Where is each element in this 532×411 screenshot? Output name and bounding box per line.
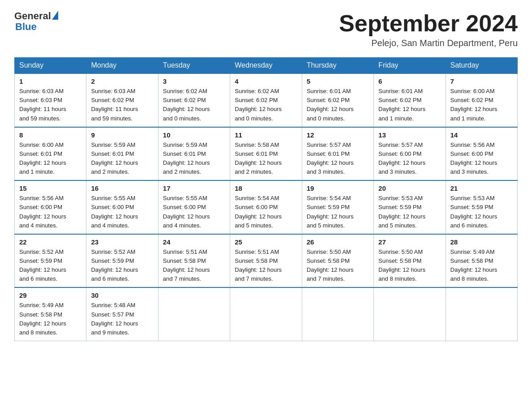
day-number: 8: [19, 131, 82, 139]
day-info: Sunrise: 5:51 AMSunset: 5:58 PMDaylight:…: [235, 248, 282, 282]
day-number: 16: [91, 184, 153, 192]
day-info: Sunrise: 5:53 AMSunset: 5:59 PMDaylight:…: [450, 195, 498, 228]
day-info: Sunrise: 6:00 AMSunset: 6:01 PMDaylight:…: [19, 141, 66, 175]
calendar-cell: 6Sunrise: 6:01 AMSunset: 6:02 PMDaylight…: [374, 73, 446, 127]
logo-general-text: General: [14, 11, 51, 21]
calendar-cell: 27Sunrise: 5:50 AMSunset: 5:58 PMDayligh…: [374, 234, 446, 288]
calendar-cell: 8Sunrise: 6:00 AMSunset: 6:01 PMDaylight…: [15, 127, 86, 181]
day-number: 26: [307, 238, 369, 246]
day-info: Sunrise: 5:55 AMSunset: 6:00 PMDaylight:…: [163, 195, 210, 228]
week-row-2: 8Sunrise: 6:00 AMSunset: 6:01 PMDaylight…: [15, 127, 518, 181]
calendar-header-thursday: Thursday: [302, 58, 373, 74]
day-info: Sunrise: 5:56 AMSunset: 6:00 PMDaylight:…: [19, 195, 66, 228]
title-block: September 2024 Pelejo, San Martin Depart…: [339, 11, 518, 48]
calendar-cell: [230, 287, 302, 341]
day-number: 18: [235, 184, 297, 192]
calendar-cell: [446, 287, 517, 341]
day-info: Sunrise: 6:02 AMSunset: 6:02 PMDaylight:…: [235, 88, 282, 121]
day-number: 4: [235, 77, 297, 85]
calendar-cell: 30Sunrise: 5:48 AMSunset: 5:57 PMDayligh…: [86, 287, 158, 341]
calendar-cell: 5Sunrise: 6:01 AMSunset: 6:02 PMDaylight…: [302, 73, 373, 127]
calendar-cell: 19Sunrise: 5:54 AMSunset: 5:59 PMDayligh…: [302, 180, 373, 234]
calendar-cell: 22Sunrise: 5:52 AMSunset: 5:59 PMDayligh…: [15, 234, 86, 288]
day-info: Sunrise: 5:58 AMSunset: 6:01 PMDaylight:…: [235, 141, 282, 175]
logo: General Blue: [14, 11, 58, 32]
calendar-cell: 10Sunrise: 5:59 AMSunset: 6:01 PMDayligh…: [158, 127, 230, 181]
calendar-cell: 1Sunrise: 6:03 AMSunset: 6:03 PMDaylight…: [15, 73, 86, 127]
day-number: 19: [307, 184, 369, 192]
day-number: 17: [163, 184, 225, 192]
day-number: 24: [163, 238, 225, 246]
calendar-cell: 16Sunrise: 5:55 AMSunset: 6:00 PMDayligh…: [86, 180, 158, 234]
day-info: Sunrise: 5:59 AMSunset: 6:01 PMDaylight:…: [91, 141, 138, 175]
calendar-cell: [302, 287, 373, 341]
calendar-cell: [374, 287, 446, 341]
day-info: Sunrise: 6:00 AMSunset: 6:02 PMDaylight:…: [450, 88, 498, 121]
calendar-header-row: SundayMondayTuesdayWednesdayThursdayFrid…: [15, 58, 518, 74]
day-number: 2: [91, 77, 153, 85]
day-number: 10: [163, 131, 225, 139]
day-info: Sunrise: 5:52 AMSunset: 5:59 PMDaylight:…: [91, 248, 138, 282]
day-number: 3: [163, 77, 225, 85]
day-number: 30: [91, 291, 153, 299]
day-info: Sunrise: 5:50 AMSunset: 5:58 PMDaylight:…: [307, 248, 354, 282]
calendar-cell: 23Sunrise: 5:52 AMSunset: 5:59 PMDayligh…: [86, 234, 158, 288]
calendar-cell: 21Sunrise: 5:53 AMSunset: 5:59 PMDayligh…: [446, 180, 517, 234]
day-info: Sunrise: 6:03 AMSunset: 6:03 PMDaylight:…: [19, 88, 66, 121]
day-number: 15: [19, 184, 82, 192]
week-row-4: 22Sunrise: 5:52 AMSunset: 5:59 PMDayligh…: [15, 234, 518, 288]
calendar-cell: 14Sunrise: 5:56 AMSunset: 6:00 PMDayligh…: [446, 127, 517, 181]
day-number: 12: [307, 131, 369, 139]
day-number: 9: [91, 131, 153, 139]
day-info: Sunrise: 5:54 AMSunset: 6:00 PMDaylight:…: [235, 195, 282, 228]
calendar-header-friday: Friday: [374, 58, 446, 74]
week-row-5: 29Sunrise: 5:49 AMSunset: 5:58 PMDayligh…: [15, 287, 518, 341]
day-info: Sunrise: 5:48 AMSunset: 5:57 PMDaylight:…: [91, 302, 138, 335]
calendar-cell: 12Sunrise: 5:57 AMSunset: 6:01 PMDayligh…: [302, 127, 373, 181]
logo-blue-text: Blue: [15, 21, 37, 32]
day-info: Sunrise: 5:52 AMSunset: 5:59 PMDaylight:…: [19, 248, 66, 282]
calendar-cell: 7Sunrise: 6:00 AMSunset: 6:02 PMDaylight…: [446, 73, 517, 127]
calendar-table: SundayMondayTuesdayWednesdayThursdayFrid…: [14, 57, 518, 341]
day-info: Sunrise: 5:49 AMSunset: 5:58 PMDaylight:…: [450, 248, 498, 282]
day-info: Sunrise: 5:50 AMSunset: 5:58 PMDaylight:…: [378, 248, 425, 282]
month-title: September 2024: [339, 11, 518, 36]
day-number: 28: [450, 238, 513, 246]
calendar-cell: 28Sunrise: 5:49 AMSunset: 5:58 PMDayligh…: [446, 234, 517, 288]
day-info: Sunrise: 6:01 AMSunset: 6:02 PMDaylight:…: [307, 88, 354, 121]
calendar-cell: 26Sunrise: 5:50 AMSunset: 5:58 PMDayligh…: [302, 234, 373, 288]
day-number: 25: [235, 238, 297, 246]
calendar-header-saturday: Saturday: [446, 58, 517, 74]
day-number: 21: [450, 184, 513, 192]
calendar-cell: 9Sunrise: 5:59 AMSunset: 6:01 PMDaylight…: [86, 127, 158, 181]
calendar-cell: 20Sunrise: 5:53 AMSunset: 5:59 PMDayligh…: [374, 180, 446, 234]
calendar-cell: [158, 287, 230, 341]
calendar-header-monday: Monday: [86, 58, 158, 74]
calendar-cell: 18Sunrise: 5:54 AMSunset: 6:00 PMDayligh…: [230, 180, 302, 234]
week-row-3: 15Sunrise: 5:56 AMSunset: 6:00 PMDayligh…: [15, 180, 518, 234]
calendar-header-sunday: Sunday: [15, 58, 86, 74]
calendar-cell: 4Sunrise: 6:02 AMSunset: 6:02 PMDaylight…: [230, 73, 302, 127]
day-number: 23: [91, 238, 153, 246]
day-number: 6: [378, 77, 441, 85]
day-info: Sunrise: 5:53 AMSunset: 5:59 PMDaylight:…: [378, 195, 425, 228]
calendar-cell: 11Sunrise: 5:58 AMSunset: 6:01 PMDayligh…: [230, 127, 302, 181]
calendar-cell: 13Sunrise: 5:57 AMSunset: 6:00 PMDayligh…: [374, 127, 446, 181]
calendar-header-tuesday: Tuesday: [158, 58, 230, 74]
day-info: Sunrise: 5:56 AMSunset: 6:00 PMDaylight:…: [450, 141, 498, 175]
day-info: Sunrise: 6:01 AMSunset: 6:02 PMDaylight:…: [378, 88, 425, 121]
day-number: 29: [19, 291, 82, 299]
day-number: 20: [378, 184, 441, 192]
day-number: 13: [378, 131, 441, 139]
day-number: 11: [235, 131, 297, 139]
calendar-cell: 24Sunrise: 5:51 AMSunset: 5:58 PMDayligh…: [158, 234, 230, 288]
day-info: Sunrise: 5:57 AMSunset: 6:01 PMDaylight:…: [307, 141, 354, 175]
page-header: General Blue September 2024 Pelejo, San …: [14, 11, 518, 48]
calendar-cell: 15Sunrise: 5:56 AMSunset: 6:00 PMDayligh…: [15, 180, 86, 234]
day-number: 7: [450, 77, 513, 85]
day-number: 5: [307, 77, 369, 85]
day-info: Sunrise: 6:03 AMSunset: 6:02 PMDaylight:…: [91, 88, 138, 121]
calendar-cell: 17Sunrise: 5:55 AMSunset: 6:00 PMDayligh…: [158, 180, 230, 234]
calendar-cell: 25Sunrise: 5:51 AMSunset: 5:58 PMDayligh…: [230, 234, 302, 288]
day-number: 22: [19, 238, 82, 246]
